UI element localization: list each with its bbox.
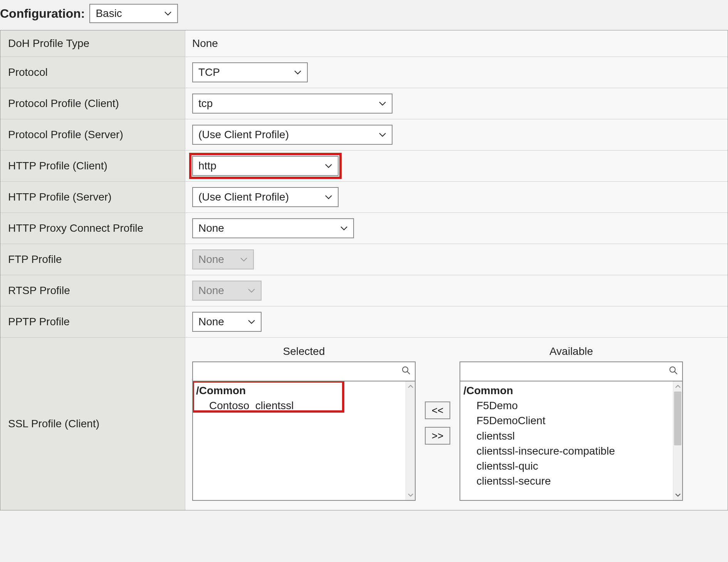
chevron-down-icon (248, 288, 255, 293)
label-rtsp-profile: RTSP Profile (0, 275, 185, 306)
label-doh-profile-type: DoH Profile Type (0, 30, 185, 57)
chevron-down-icon (294, 70, 302, 75)
protocol-select[interactable]: TCP (192, 62, 308, 82)
ftp-profile-value: None (198, 253, 224, 266)
label-http-proxy-connect-profile: HTTP Proxy Connect Profile (0, 213, 185, 244)
search-icon (401, 365, 411, 378)
value-doh-profile-type: None (192, 37, 218, 50)
list-item[interactable]: Contoso_clientssl (193, 398, 406, 413)
chevron-down-icon (325, 163, 332, 169)
chevron-down-icon (240, 257, 248, 262)
chevron-down-icon (248, 319, 255, 324)
move-left-button[interactable]: << (425, 401, 450, 419)
svg-line-3 (674, 371, 677, 374)
list-item[interactable]: clientssl-insecure-compatible (460, 443, 673, 458)
configuration-select-value: Basic (96, 7, 122, 20)
protocol-profile-client-select[interactable]: tcp (192, 94, 393, 114)
row-protocol: Protocol TCP (0, 57, 728, 88)
svg-line-1 (407, 371, 410, 374)
ssl-selected-search[interactable] (192, 361, 416, 381)
scrollbar[interactable] (673, 381, 682, 500)
list-item[interactable]: clientssl-secure (460, 473, 673, 488)
svg-point-2 (670, 367, 675, 372)
ssl-selected-group: /Common (193, 381, 406, 398)
label-pptp-profile: PPTP Profile (0, 306, 185, 337)
configuration-table: DoH Profile Type None Protocol TCP Proto… (0, 30, 728, 510)
http-profile-client-value: http (198, 160, 216, 172)
ssl-available-column: Available /Common F5Demo F5DemoClient (460, 345, 683, 501)
row-http-proxy-connect-profile: HTTP Proxy Connect Profile None (0, 213, 728, 244)
http-profile-server-select[interactable]: (Use Client Profile) (192, 187, 339, 207)
protocol-select-value: TCP (198, 66, 220, 79)
rtsp-profile-value: None (198, 284, 224, 297)
pptp-profile-value: None (198, 316, 224, 328)
protocol-profile-client-value: tcp (198, 97, 213, 110)
label-http-profile-server: HTTP Profile (Server) (0, 182, 185, 212)
configuration-select[interactable]: Basic (89, 4, 178, 23)
list-item[interactable]: clientssl-quic (460, 458, 673, 473)
list-item[interactable]: F5Demo (460, 398, 673, 413)
ssl-selected-column: Selected /Common Contoso_clientssl (192, 345, 416, 501)
http-profile-server-value: (Use Client Profile) (198, 191, 289, 203)
label-protocol-profile-server: Protocol Profile (Server) (0, 119, 185, 150)
row-ssl-profile-client: SSL Profile (Client) Selected /Common (0, 338, 728, 510)
scrollbar[interactable] (406, 381, 415, 500)
label-protocol-profile-client: Protocol Profile (Client) (0, 88, 185, 119)
chevron-down-icon (379, 132, 386, 137)
http-proxy-connect-profile-select[interactable]: None (192, 218, 354, 238)
ssl-available-list[interactable]: /Common F5Demo F5DemoClient clientssl cl… (460, 381, 683, 501)
row-http-profile-client: HTTP Profile (Client) http (0, 151, 728, 182)
http-proxy-connect-profile-value: None (198, 222, 224, 234)
scroll-up-icon[interactable] (406, 381, 415, 391)
chevron-down-icon (379, 101, 386, 106)
chevron-down-icon (340, 226, 348, 231)
ssl-available-header: Available (460, 345, 683, 361)
list-item[interactable]: clientssl (460, 428, 673, 443)
row-protocol-profile-client: Protocol Profile (Client) tcp (0, 88, 728, 119)
protocol-profile-server-value: (Use Client Profile) (198, 129, 289, 141)
ssl-selected-header: Selected (192, 345, 416, 361)
label-ftp-profile: FTP Profile (0, 244, 185, 275)
configuration-label: Configuration: (0, 7, 89, 21)
protocol-profile-server-select[interactable]: (Use Client Profile) (192, 125, 393, 145)
label-http-profile-client: HTTP Profile (Client) (0, 151, 185, 181)
rtsp-profile-select: None (192, 281, 262, 301)
svg-point-0 (403, 367, 408, 372)
ftp-profile-select: None (192, 249, 254, 269)
scroll-down-icon[interactable] (673, 490, 682, 500)
row-http-profile-server: HTTP Profile (Server) (Use Client Profil… (0, 182, 728, 213)
row-rtsp-profile: RTSP Profile None (0, 275, 728, 306)
ssl-available-group: /Common (460, 381, 673, 398)
label-protocol: Protocol (0, 57, 185, 88)
scroll-up-icon[interactable] (673, 381, 682, 391)
ssl-selected-list[interactable]: /Common Contoso_clientssl (192, 381, 416, 501)
list-item[interactable]: F5DemoClient (460, 413, 673, 428)
http-profile-client-select[interactable]: http (192, 156, 339, 176)
scroll-down-icon[interactable] (406, 490, 415, 500)
row-doh-profile-type: DoH Profile Type None (0, 30, 728, 57)
label-ssl-profile-client: SSL Profile (Client) (0, 338, 185, 510)
chevron-down-icon (325, 194, 332, 200)
ssl-available-search[interactable] (460, 361, 683, 381)
move-right-button[interactable]: >> (425, 427, 450, 445)
chevron-down-icon (164, 11, 172, 16)
search-icon (668, 365, 678, 378)
row-pptp-profile: PPTP Profile None (0, 306, 728, 338)
scroll-thumb[interactable] (674, 391, 681, 445)
row-protocol-profile-server: Protocol Profile (Server) (Use Client Pr… (0, 119, 728, 151)
pptp-profile-select[interactable]: None (192, 312, 262, 332)
row-ftp-profile: FTP Profile None (0, 244, 728, 275)
